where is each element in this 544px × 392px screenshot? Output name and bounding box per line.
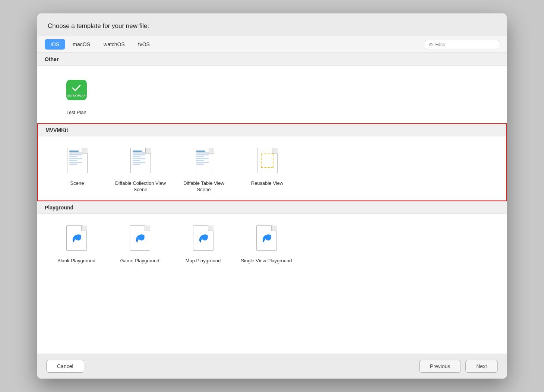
swift-doc-icon (193, 225, 214, 251)
template-item-label: Game Playground (120, 258, 159, 264)
template-dialog: Choose a template for your new file: iOS… (37, 13, 507, 379)
swift-bird-icon (134, 232, 146, 244)
xctest-label: XCTESTPLAN (67, 94, 86, 97)
template-item-label: Test Plan (66, 110, 86, 116)
list-item[interactable]: Game Playground (112, 221, 168, 264)
game-playground-icon-wrapper (123, 221, 156, 255)
list-item[interactable]: Blank Playground (48, 221, 104, 264)
section-other-content: XCTESTPLAN Test Plan (37, 66, 507, 123)
xctest-icon: XCTESTPLAN (66, 80, 87, 100)
previous-button[interactable]: Previous (419, 360, 461, 373)
list-item[interactable]: Map Playground (175, 221, 231, 264)
dialog-footer: Cancel Previous Next (37, 354, 507, 379)
tab-tvos[interactable]: tvOS (132, 39, 156, 50)
cancel-button[interactable]: Cancel (46, 360, 84, 373)
section-mvvmkit: MVVMKit (37, 123, 507, 201)
section-other-header: Other (37, 53, 507, 66)
filter-input[interactable] (435, 42, 495, 47)
section-mvvmkit-content: Scene (38, 136, 506, 200)
diffable-collection-icon-wrapper (124, 144, 157, 177)
list-item[interactable]: Reusable View (239, 144, 295, 193)
next-button[interactable]: Next (465, 360, 498, 373)
document-icon (194, 148, 214, 173)
single-view-playground-icon-wrapper (250, 221, 283, 255)
template-item-label: Map Playground (186, 258, 221, 264)
checkmark-icon (71, 83, 82, 93)
footer-right: Previous Next (419, 360, 498, 373)
list-item[interactable]: XCTESTPLAN Test Plan (48, 73, 104, 116)
template-item-label: Reusable View (251, 180, 283, 187)
filter-box[interactable]: ⊜ (425, 40, 499, 49)
section-playground-header: Playground (37, 201, 507, 214)
reusable-view-icon (257, 148, 278, 173)
reusable-view-icon-wrapper (250, 144, 284, 177)
section-other: Other XCTESTPLAN Test Plan (37, 53, 507, 123)
swift-doc-icon (130, 225, 150, 251)
blank-playground-icon-wrapper (60, 221, 93, 255)
map-playground-icon-wrapper (186, 221, 220, 255)
document-icon (67, 148, 88, 173)
tab-macos[interactable]: macOS (67, 39, 96, 50)
section-mvvmkit-header: MVVMKit (38, 124, 506, 136)
template-item-label: Blank Playground (57, 258, 95, 264)
document-icon (130, 148, 151, 173)
list-item[interactable]: Diffable Collection View Scene (113, 144, 168, 193)
template-item-label: Scene (70, 180, 84, 187)
section-playground: Playground Blank Playground (37, 201, 507, 272)
list-item[interactable]: Diffable Table View Scene (176, 144, 232, 193)
tab-watchos[interactable]: watchOS (98, 39, 131, 50)
swift-bird-icon (70, 232, 82, 244)
swift-doc-icon (256, 225, 277, 251)
xctest-icon-wrapper: XCTESTPLAN (60, 73, 93, 107)
list-item[interactable]: Scene (49, 144, 105, 193)
swift-bird-icon (260, 232, 272, 244)
section-playground-content: Blank Playground Game Playground (37, 214, 507, 272)
dialog-title: Choose a template for your new file: (37, 13, 507, 36)
template-item-label: Diffable Table View Scene (176, 180, 232, 193)
template-item-label: Diffable Collection View Scene (113, 180, 168, 193)
swift-doc-icon (66, 225, 87, 251)
swift-bird-icon (197, 232, 209, 244)
list-item[interactable]: Single View Playground (238, 221, 294, 264)
scene-icon-wrapper (60, 144, 94, 177)
tab-ios[interactable]: iOS (45, 39, 65, 50)
diffable-table-icon-wrapper (187, 144, 221, 177)
tab-bar: iOS macOS watchOS tvOS ⊜ (37, 36, 507, 53)
content-area: Other XCTESTPLAN Test Plan (37, 53, 507, 354)
filter-icon: ⊜ (429, 42, 433, 47)
template-item-label: Single View Playground (241, 258, 292, 264)
